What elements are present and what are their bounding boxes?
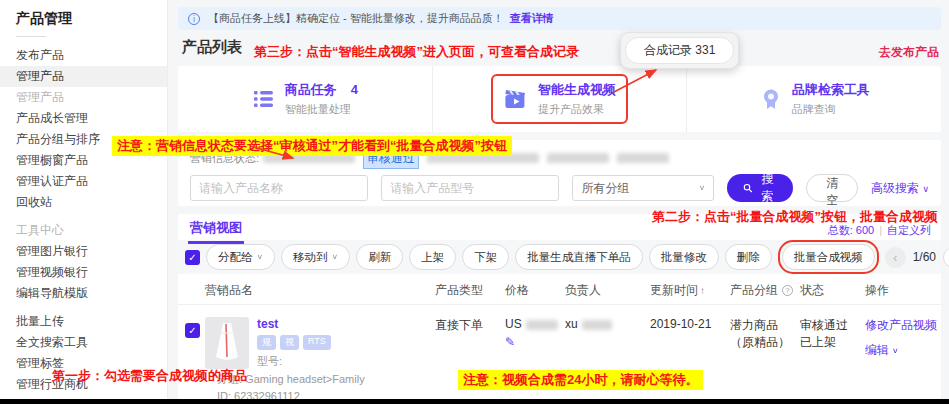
next-page-button[interactable]: › <box>943 247 949 268</box>
refresh-button[interactable]: 刷新 <box>356 244 403 270</box>
sidebar-item-publish-product[interactable]: 发布产品 <box>0 45 167 66</box>
masked-price <box>526 320 558 330</box>
edit-product-video-link[interactable]: 修改产品视频 <box>865 317 941 334</box>
banner-detail-link[interactable]: 查看详情 <box>510 11 554 26</box>
sidebar-title: 产品管理 <box>0 10 167 28</box>
product-image[interactable] <box>205 317 249 369</box>
medal-icon <box>759 87 783 111</box>
product-management-screen: 产品管理 发布产品 管理产品 管理产品 产品成长管理 产品分组与排序 管理橱窗产… <box>0 0 949 408</box>
edit-dropdown-link[interactable]: 编辑∨ <box>865 342 941 359</box>
record-count-button[interactable]: 合成记录 331 <box>625 37 734 64</box>
delete-button[interactable]: 删除 <box>725 244 772 270</box>
edit-price-icon[interactable]: ✎ <box>505 335 565 349</box>
filter-inputs-row: 所有分组 ∨ 搜索 清空 高级搜索 ∨ <box>190 174 929 202</box>
move-to-button[interactable]: 移动到∨ <box>281 244 350 270</box>
group-select[interactable]: 所有分组 ∨ <box>572 175 714 201</box>
card-brand-search-text: 品牌检索工具 品牌查询 <box>792 81 870 117</box>
category-cell: 潜力商品（原精品） <box>730 317 800 402</box>
card-title: 商品任务 <box>285 82 337 97</box>
status-line-1: 审核通过 <box>800 317 865 334</box>
owner-prefix: xu <box>565 317 578 331</box>
sidebar-item-image-bank[interactable]: 管理图片银行 <box>0 241 167 262</box>
product-name-link[interactable]: test <box>257 317 331 331</box>
batch-edit-button[interactable]: 批量修改 <box>649 244 719 270</box>
bottom-border-bar <box>0 399 949 404</box>
list-online-button[interactable]: 上架 <box>409 244 456 270</box>
button-label: 移动到 <box>293 250 328 265</box>
bulk-actions-toolbar: ✓ 分配给∨ 移动到∨ 刷新 上架 下架 批量生成直播下单品 批量修改 删除 批… <box>178 240 941 274</box>
banner-text: 【商品任务上线】精确定位 - 智能批量修改，提升商品品质！ <box>208 11 504 26</box>
sidebar-item-video-bank[interactable]: 管理视频银行 <box>0 262 167 283</box>
product-badges: 规 视 RTS <box>257 335 331 350</box>
product-model-input[interactable] <box>381 175 559 201</box>
annotation-step2: 第二步：点击“批量合成视频”按钮，批量合成视频 <box>652 208 938 226</box>
assign-to-button[interactable]: 分配给∨ <box>206 244 275 270</box>
annotation-step3: 第三步：点击“智能生成视频”进入页面，可查看合成记录 <box>254 43 579 61</box>
page-title: 产品列表 <box>182 38 242 57</box>
batch-video-synthesis-button[interactable]: 批量合成视频 <box>782 244 875 270</box>
chevron-down-icon: ∨ <box>257 253 264 261</box>
pagination: ‹ 1/60 › <box>885 247 949 268</box>
card-smart-video-text: 智能生成视频 提升产品效果 <box>538 81 616 117</box>
sidebar-item-nav-template[interactable]: 编辑导航模版 <box>0 283 167 304</box>
row-checkbox[interactable]: ✓ <box>185 323 200 338</box>
product-name-input[interactable] <box>190 175 368 201</box>
card-brand-search[interactable]: 品牌检索工具 品牌查询 <box>686 66 941 132</box>
tab-marketing-view[interactable]: 营销视图 <box>188 214 244 244</box>
sidebar-item-fulltext-search[interactable]: 全文搜索工具 <box>0 332 167 353</box>
batch-generate-live-items-button[interactable]: 批量生成直播下单品 <box>515 244 643 270</box>
sidebar-item-certified-products[interactable]: 管理认证产品 <box>0 171 167 192</box>
clear-button[interactable]: 清空 <box>806 174 858 202</box>
header-product-name: 营销品名 <box>205 282 435 299</box>
card-smart-video[interactable]: 智能生成视频 提升产品效果 <box>432 66 687 132</box>
edit-label: 编辑 <box>865 342 889 359</box>
step2-highlight-box: 批量合成视频 <box>778 240 879 274</box>
masked-status-option <box>547 153 609 163</box>
product-cell: test 规 视 RTS 型号: 分组: Gaming headset>Fami… <box>205 317 435 402</box>
feature-cards: 商品任务4 智能批量处理 智能生成视频 提升产品效果 <box>178 66 941 132</box>
task-list-icon <box>252 87 276 111</box>
table-header-row: 营销品名 产品类型 价格 负责人 更新时间↑ 产品分组? 状态 操作 <box>178 277 941 305</box>
product-group: 分组: Gaming headset>Family <box>217 372 435 387</box>
masked-owner <box>582 320 612 330</box>
search-button-label: 搜索 <box>758 171 777 205</box>
chevron-down-icon: ∨ <box>892 347 899 355</box>
card-product-task[interactable]: 商品任务4 智能批量处理 <box>178 66 432 132</box>
page-indicator: 1/60 <box>913 250 936 264</box>
header-product-group: 产品分组? <box>730 282 800 299</box>
header-updated[interactable]: 更新时间↑ <box>650 282 730 299</box>
search-button[interactable]: 搜索 <box>727 174 793 202</box>
prev-page-button[interactable]: ‹ <box>885 247 906 268</box>
status-cell: 审核通过 已上架 <box>800 317 865 402</box>
video-clapper-icon <box>503 86 529 112</box>
header-status: 状态 <box>800 282 865 299</box>
product-model: 型号: <box>257 354 331 369</box>
row-checkbox-cell: ✓ <box>178 317 205 402</box>
sidebar-item-recycle-bin[interactable]: 回收站 <box>0 192 167 213</box>
annotation-note-status: 注意：营销信息状态要选择“审核通过”才能看到“批量合成视频”按钮 <box>112 136 512 156</box>
card-product-task-text: 商品任务4 智能批量处理 <box>285 81 358 117</box>
sidebar-section-manage-product: 管理产品 <box>0 87 167 108</box>
publish-product-link[interactable]: 去发布产品 <box>879 44 939 61</box>
delist-button[interactable]: 下架 <box>462 244 509 270</box>
select-all-checkbox[interactable]: ✓ <box>185 250 200 265</box>
actions-cell: 修改产品视频 编辑∨ <box>865 317 941 402</box>
card-subtitle: 智能批量处理 <box>285 102 358 117</box>
advanced-search-label: 高级搜索 <box>871 181 919 195</box>
info-icon: ? <box>782 285 793 296</box>
advanced-search-link[interactable]: 高级搜索 ∨ <box>871 180 929 197</box>
masked-status-option <box>617 153 669 163</box>
sidebar: 产品管理 发布产品 管理产品 管理产品 产品成长管理 产品分组与排序 管理橱窗产… <box>0 0 168 399</box>
header-actions: 操作 <box>865 282 941 299</box>
card-title: 品牌检索工具 <box>792 81 870 99</box>
product-main: test 规 视 RTS 型号: <box>205 317 435 369</box>
product-info: test 规 视 RTS 型号: <box>257 317 331 369</box>
sidebar-item-product-growth[interactable]: 产品成长管理 <box>0 108 167 129</box>
group-select-value: 所有分组 <box>581 180 629 197</box>
notice-banner: i 【商品任务上线】精确定位 - 智能批量修改，提升商品品质！ 查看详情 <box>178 7 941 30</box>
badge-spec: 规 <box>257 335 276 350</box>
sidebar-item-bulk-upload[interactable]: 批量上传 <box>0 311 167 332</box>
card-count: 4 <box>351 82 358 97</box>
sidebar-item-manage-product[interactable]: 管理产品 <box>0 66 167 87</box>
badge-video: 视 <box>280 335 299 350</box>
